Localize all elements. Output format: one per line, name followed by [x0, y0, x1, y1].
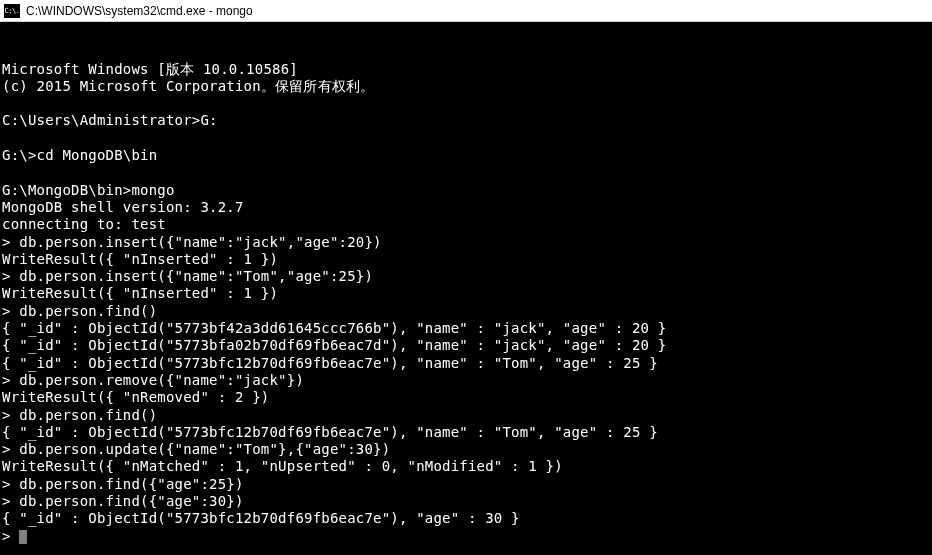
- terminal-line: { "_id" : ObjectId("5773bfc12b70df69fb6e…: [2, 355, 930, 372]
- cursor: [19, 530, 27, 544]
- terminal-line: { "_id" : ObjectId("5773bfc12b70df69fb6e…: [2, 424, 930, 441]
- terminal-line: > db.person.remove({"name":"jack"}): [2, 372, 930, 389]
- terminal-line: connecting to: test: [2, 216, 930, 233]
- terminal-line: [2, 164, 930, 181]
- terminal-line: > db.person.insert({"name":"Tom","age":2…: [2, 268, 930, 285]
- terminal-line: >: [2, 528, 930, 545]
- terminal-line: WriteResult({ "nMatched" : 1, "nUpserted…: [2, 458, 930, 475]
- terminal-line: { "_id" : ObjectId("5773bfa02b70df69fb6e…: [2, 337, 930, 354]
- terminal-line: > db.person.update({"name":"Tom"},{"age"…: [2, 441, 930, 458]
- terminal-line: Microsoft Windows [版本 10.0.10586]: [2, 61, 930, 78]
- terminal-line: > db.person.find(): [2, 303, 930, 320]
- terminal-output[interactable]: Microsoft Windows [版本 10.0.10586](c) 201…: [0, 22, 932, 555]
- cmd-window: C:\. C:\WINDOWS\system32\cmd.exe - mongo…: [0, 0, 932, 555]
- terminal-line: MongoDB shell version: 3.2.7: [2, 199, 930, 216]
- titlebar[interactable]: C:\. C:\WINDOWS\system32\cmd.exe - mongo: [0, 0, 932, 22]
- terminal-line: { "_id" : ObjectId("5773bfc12b70df69fb6e…: [2, 510, 930, 527]
- cmd-icon: C:\.: [4, 4, 20, 18]
- terminal-line: G:\MongoDB\bin>mongo: [2, 182, 930, 199]
- terminal-line: WriteResult({ "nRemoved" : 2 }): [2, 389, 930, 406]
- terminal-line: C:\Users\Administrator>G:: [2, 112, 930, 129]
- terminal-line: > db.person.insert({"name":"jack","age":…: [2, 234, 930, 251]
- terminal-line: [2, 95, 930, 112]
- terminal-line: (c) 2015 Microsoft Corporation。保留所有权利。: [2, 78, 930, 95]
- terminal-line: WriteResult({ "nInserted" : 1 }): [2, 251, 930, 268]
- window-title: C:\WINDOWS\system32\cmd.exe - mongo: [26, 4, 253, 18]
- terminal-line: [2, 130, 930, 147]
- terminal-line: > db.person.find(): [2, 407, 930, 424]
- terminal-line: G:\>cd MongoDB\bin: [2, 147, 930, 164]
- terminal-line: > db.person.find({"age":25}): [2, 476, 930, 493]
- terminal-line: WriteResult({ "nInserted" : 1 }): [2, 285, 930, 302]
- terminal-line: > db.person.find({"age":30}): [2, 493, 930, 510]
- terminal-line: { "_id" : ObjectId("5773bf42a3dd61645ccc…: [2, 320, 930, 337]
